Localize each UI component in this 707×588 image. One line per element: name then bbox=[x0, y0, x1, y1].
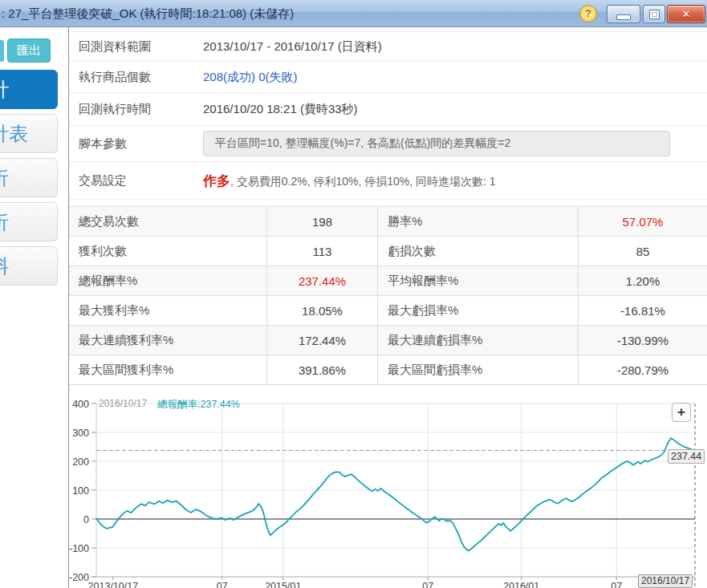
row-value: 2013/10/17 - 2016/10/17 (日資料) bbox=[203, 39, 382, 55]
svg-text:2016/01: 2016/01 bbox=[503, 581, 539, 588]
sidebar-tab-2[interactable]: 析 bbox=[0, 158, 58, 197]
stat-label: 最大連續虧損率% bbox=[377, 326, 578, 355]
stat-row: 最大獲利率%18.05%最大虧損率%-16.81% bbox=[69, 296, 707, 326]
window-title: : 27_平台整理後突破_OK (執行時間:18:21:08) (未儲存) bbox=[2, 0, 294, 26]
row-symbol-count: 執行商品個數 208(成功) 0(失敗) bbox=[69, 62, 707, 93]
row-label: 執行商品個數 bbox=[79, 70, 203, 85]
svg-text:100: 100 bbox=[72, 485, 89, 497]
sidebar-tab-label: 計 bbox=[0, 77, 9, 103]
sidebar-tab-label: 料 bbox=[0, 253, 9, 279]
stat-value: -130.99% bbox=[578, 326, 707, 355]
stat-label: 總交易次數 bbox=[69, 207, 266, 236]
row-label: 回測執行時間 bbox=[79, 102, 203, 117]
row-label: 腳本參數 bbox=[79, 136, 203, 152]
row-trade-settings: 交易設定 作多, 交易費用0.2%, 停利10%, 停損10%, 同時進場次數:… bbox=[69, 162, 707, 200]
trade-direction: 作多 bbox=[203, 173, 230, 189]
close-icon: ✕ bbox=[682, 8, 691, 20]
chart-crosshair-date-top: 2016/10/17 bbox=[99, 398, 147, 409]
svg-text:0: 0 bbox=[83, 514, 89, 525]
sidebar-tab-label: 析 bbox=[0, 209, 9, 235]
trade-settings-text: , 交易費用0.2%, 停利10%, 停損10%, 同時進場次數: 1 bbox=[230, 175, 496, 188]
stat-label: 平均報酬率% bbox=[377, 266, 578, 295]
maximize-button[interactable] bbox=[643, 5, 665, 23]
maximize-icon bbox=[649, 10, 660, 19]
stat-row: 最大連續獲利率%172.44%最大連續虧損率%-130.99% bbox=[69, 326, 707, 355]
stat-value: 237.44% bbox=[266, 266, 377, 295]
minimize-icon bbox=[616, 14, 631, 20]
sidebar: 匯出 計計表析析料 bbox=[0, 27, 69, 588]
stat-label: 最大區間獲利率% bbox=[69, 355, 266, 384]
script-params-box: 平台區間=10, 整理幅度(%)=7, 各高點(低點)間的差異幅度=2 bbox=[203, 131, 670, 156]
stat-value: 391.86% bbox=[266, 355, 377, 384]
sidebar-tab-label: 析 bbox=[0, 165, 9, 191]
svg-text:07: 07 bbox=[611, 581, 622, 588]
chart-zoom-button[interactable]: + bbox=[672, 403, 691, 422]
row-script-params: 腳本參數 平台區間=10, 整理幅度(%)=7, 各高點(低點)間的差異幅度=2 bbox=[69, 126, 707, 162]
svg-text:2015/01: 2015/01 bbox=[265, 581, 301, 588]
stat-value: 198 bbox=[266, 207, 377, 236]
chart-final-value-label: 237.44 bbox=[668, 449, 705, 464]
sidebar-tab-3[interactable]: 析 bbox=[0, 202, 58, 241]
svg-text:2013/10/17: 2013/10/17 bbox=[88, 581, 139, 588]
sidebar-tab-label: 計表 bbox=[0, 121, 28, 147]
row-data-range: 回測資料範圍 2013/10/17 - 2016/10/17 (日資料) bbox=[69, 32, 707, 62]
stat-value: -280.79% bbox=[578, 355, 707, 384]
help-icon[interactable]: ? bbox=[579, 5, 597, 22]
stat-label: 最大獲利率% bbox=[69, 296, 266, 325]
stat-value: 113 bbox=[266, 237, 377, 266]
sidebar-tab-4[interactable]: 料 bbox=[0, 246, 58, 286]
stat-value: 1.20% bbox=[578, 266, 707, 295]
stat-row: 總交易次數198勝率%57.07% bbox=[69, 207, 707, 237]
row-run-time: 回測執行時間 2016/10/20 18:21 (費時33秒) bbox=[69, 93, 707, 126]
svg-text:07: 07 bbox=[422, 581, 433, 588]
svg-text:400: 400 bbox=[72, 399, 89, 410]
app-window: : 27_平台整理後突破_OK (執行時間:18:21:08) (未儲存) ? … bbox=[0, 0, 707, 588]
stat-row: 獲利次數113虧損次數85 bbox=[69, 237, 707, 266]
chart-legend: 總報酬率:237.44% bbox=[157, 398, 240, 412]
sidebar-tab-1[interactable]: 計表 bbox=[0, 114, 58, 153]
minimize-button[interactable] bbox=[607, 5, 640, 23]
row-label: 交易設定 bbox=[79, 173, 203, 189]
svg-text:300: 300 bbox=[72, 428, 89, 439]
export-button[interactable]: 匯出 bbox=[7, 39, 51, 63]
stat-value: 85 bbox=[578, 237, 707, 266]
stat-label: 最大連續獲利率% bbox=[69, 326, 266, 355]
stat-label: 虧損次數 bbox=[377, 237, 578, 266]
stat-label: 最大虧損率% bbox=[377, 296, 578, 325]
summary-rows: 回測資料範圍 2013/10/17 - 2016/10/17 (日資料) 執行商… bbox=[69, 31, 707, 200]
close-button[interactable]: ✕ bbox=[667, 5, 705, 23]
svg-text:200: 200 bbox=[72, 456, 89, 468]
stat-row: 最大區間獲利率%391.86%最大區間虧損率%-280.79% bbox=[69, 355, 707, 385]
stat-value: -16.81% bbox=[578, 296, 707, 325]
export-button-sliver[interactable] bbox=[0, 40, 4, 62]
row-label: 回測資料範圍 bbox=[79, 39, 203, 55]
sidebar-tab-0[interactable]: 計 bbox=[0, 70, 58, 109]
stat-label: 最大區間虧損率% bbox=[377, 355, 578, 384]
stats-table: 總交易次數198勝率%57.07%獲利次數113虧損次數85總報酬率%237.4… bbox=[69, 206, 707, 385]
chart-crosshair-date-bottom: 2016/10/17 bbox=[638, 574, 693, 588]
stat-value: 57.07% bbox=[578, 207, 707, 236]
title-bar[interactable]: : 27_平台整理後突破_OK (執行時間:18:21:08) (未儲存) ? … bbox=[0, 0, 707, 27]
row-value[interactable]: 208(成功) 0(失敗) bbox=[203, 70, 298, 85]
main-panel: 回測資料範圍 2013/10/17 - 2016/10/17 (日資料) 執行商… bbox=[69, 27, 707, 588]
equity-chart-svg: 4003002001000-100-2002013/10/17072015/01… bbox=[69, 396, 707, 588]
stat-value: 172.44% bbox=[266, 326, 377, 355]
svg-text:-200: -200 bbox=[69, 572, 89, 583]
chart-area: 4003002001000-100-2002013/10/17072015/01… bbox=[69, 396, 707, 588]
svg-text:07: 07 bbox=[217, 581, 228, 588]
stat-value: 18.05% bbox=[266, 296, 377, 325]
stat-row: 總報酬率%237.44%平均報酬率%1.20% bbox=[69, 266, 707, 296]
stat-label: 勝率% bbox=[377, 207, 578, 236]
row-value: 2016/10/20 18:21 (費時33秒) bbox=[203, 102, 358, 117]
stat-label: 總報酬率% bbox=[69, 266, 266, 295]
svg-text:-100: -100 bbox=[69, 543, 89, 554]
sidebar-tabs: 計計表析析料 bbox=[0, 70, 58, 290]
stat-label: 獲利次數 bbox=[69, 237, 266, 266]
